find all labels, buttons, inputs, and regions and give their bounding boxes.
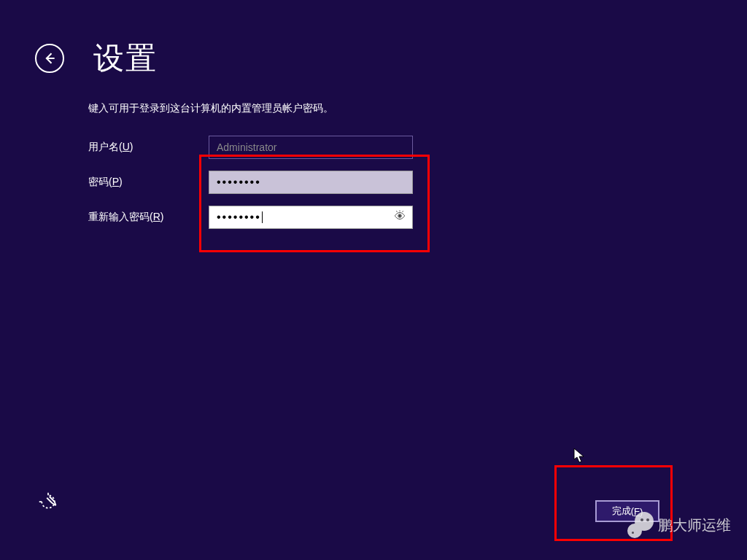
content-area: 键入可用于登录到这台计算机的内置管理员帐户密码。 用户名(U) Administ… bbox=[88, 102, 599, 241]
username-row: 用户名(U) Administrator bbox=[88, 136, 599, 159]
password-label: 密码(P) bbox=[88, 176, 209, 189]
back-button[interactable] bbox=[35, 44, 64, 73]
username-field: Administrator bbox=[209, 136, 413, 159]
svg-point-0 bbox=[398, 214, 400, 217]
mouse-cursor bbox=[573, 448, 585, 467]
watermark: 鹏大师运维 bbox=[627, 512, 731, 538]
text-caret bbox=[262, 211, 263, 223]
instruction-text: 键入可用于登录到这台计算机的内置管理员帐户密码。 bbox=[88, 102, 599, 115]
eye-icon bbox=[393, 209, 406, 222]
reveal-password-button[interactable] bbox=[393, 209, 406, 225]
ease-of-access-button[interactable] bbox=[35, 489, 61, 515]
username-label: 用户名(U) bbox=[88, 141, 209, 154]
confirm-password-field[interactable]: •••••••• bbox=[209, 206, 413, 229]
watermark-text: 鹏大师运维 bbox=[658, 516, 731, 535]
confirm-password-label: 重新输入密码(R) bbox=[88, 211, 209, 224]
confirm-password-row: 重新输入密码(R) •••••••• bbox=[88, 206, 599, 229]
arrow-left-icon bbox=[42, 51, 57, 66]
password-field[interactable]: •••••••• bbox=[209, 171, 413, 194]
password-row: 密码(P) •••••••• bbox=[88, 171, 599, 194]
page-title: 设置 bbox=[93, 38, 158, 79]
wechat-icon bbox=[627, 512, 654, 538]
ease-of-access-icon bbox=[38, 491, 58, 512]
